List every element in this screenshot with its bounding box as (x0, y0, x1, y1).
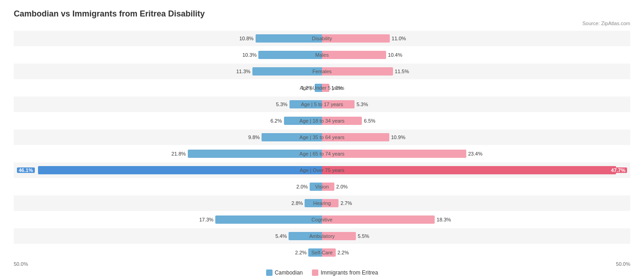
bar-area: Age | 18 to 34 years6.2%6.5% (14, 113, 630, 129)
bar-area: Age | 35 to 64 years9.8%10.9% (14, 129, 630, 145)
left-value: 10.8% (239, 36, 253, 41)
source-label: Source: ZipAtlas.com (14, 21, 630, 26)
chart-container: Disability10.8%11.0%Males10.3%10.4%Femal… (14, 31, 630, 260)
bar-area: Age | 5 to 17 years5.3%5.3% (14, 97, 630, 112)
chart-row: Age | 5 to 17 years5.3%5.3% (14, 97, 630, 112)
right-value: 11.0% (392, 36, 406, 41)
bar-area: Disability10.8%11.0% (14, 31, 630, 46)
bar-area: Cognitive17.3%18.3% (14, 212, 630, 227)
legend: Cambodian Immigrants from Eritrea (14, 269, 630, 276)
chart-row: Hearing2.8%2.7% (14, 195, 630, 211)
chart-row: Cognitive17.3%18.3% (14, 212, 630, 227)
chart-row: Age | 65 to 74 years21.8%23.4% (14, 146, 630, 162)
row-label: Age | Under 5 years (300, 85, 344, 91)
chart-row: Age | 18 to 34 years6.2%6.5% (14, 113, 630, 129)
axis-left: 50.0% (14, 261, 28, 267)
row-label: Age | 5 to 17 years (301, 102, 343, 107)
left-value: 5.3% (276, 102, 288, 107)
axis-labels: 50.0% 50.0% (14, 261, 630, 267)
right-value: 2.2% (338, 250, 349, 255)
chart-title: Cambodian vs Immigrants from Eritrea Dis… (14, 9, 630, 19)
chart-row: Ambulatory5.4%5.5% (14, 228, 630, 244)
left-value: 5.4% (275, 233, 287, 239)
row-label: Vision (315, 184, 329, 189)
right-bar (322, 215, 435, 224)
chart-row: Females11.3%11.5% (14, 64, 630, 79)
bar-area: Self-Care2.2%2.2% (14, 245, 630, 260)
right-value: 2.7% (340, 200, 352, 206)
row-label: Age | 35 to 64 years (300, 135, 344, 140)
left-value: 17.3% (199, 217, 213, 222)
row-label: Self-Care (311, 250, 333, 255)
axis-right: 50.0% (616, 261, 630, 267)
row-label: Hearing (313, 200, 331, 206)
left-bar (258, 51, 322, 59)
left-value: 21.8% (171, 151, 186, 156)
row-label: Females (312, 69, 332, 74)
legend-cambodian: Cambodian (266, 269, 303, 276)
legend-eritrea: Immigrants from Eritrea (312, 269, 378, 276)
chart-row: Males10.3%10.4% (14, 47, 630, 63)
row-label: Disability (312, 36, 332, 41)
row-label: Age | Over 75 years (300, 167, 344, 173)
bar-area: Females11.3%11.5% (14, 64, 630, 79)
right-value: 5.5% (358, 233, 369, 239)
right-bar (322, 67, 393, 75)
legend-cambodian-color (266, 269, 273, 276)
right-value: 47.7% (609, 167, 627, 173)
chart-row: Disability10.8%11.0% (14, 31, 630, 46)
row-label: Cognitive (311, 217, 333, 222)
right-value: 18.3% (437, 217, 451, 222)
left-value: 9.8% (248, 135, 260, 140)
left-value: 2.2% (295, 250, 306, 255)
right-value: 10.9% (391, 135, 405, 140)
bar-area: Males10.3%10.4% (14, 47, 630, 63)
right-value: 5.3% (356, 102, 368, 107)
left-bar (215, 215, 322, 224)
left-value: 10.3% (242, 52, 257, 58)
legend-cambodian-label: Cambodian (275, 269, 303, 276)
bar-area: Ambulatory5.4%5.5% (14, 228, 630, 244)
left-bar (38, 166, 322, 174)
right-bar (322, 34, 390, 43)
chart-row: Age | 35 to 64 years9.8%10.9% (14, 129, 630, 145)
right-bar (322, 51, 386, 59)
right-value: 2.0% (336, 184, 348, 189)
left-value: 46.1% (17, 167, 35, 173)
chart-row: Age | Under 5 years1.2%1.2% (14, 80, 630, 96)
left-value: 2.0% (296, 184, 308, 189)
legend-eritrea-label: Immigrants from Eritrea (321, 269, 378, 276)
right-value: 10.4% (388, 52, 402, 58)
chart-row: Age | Over 75 years46.1%47.7% (14, 162, 630, 178)
bar-area: Age | Under 5 years1.2%1.2% (14, 80, 630, 96)
right-value: 23.4% (468, 151, 482, 156)
bar-area: Age | 65 to 74 years21.8%23.4% (14, 146, 630, 162)
right-value: 11.5% (395, 69, 409, 74)
left-value: 2.8% (291, 200, 303, 206)
row-label: Ambulatory (309, 233, 335, 239)
right-bar (322, 166, 616, 174)
row-label: Age | 65 to 74 years (300, 151, 344, 156)
right-value: 6.5% (364, 118, 376, 124)
left-value: 6.2% (270, 118, 282, 124)
bar-area: Hearing2.8%2.7% (14, 195, 630, 211)
chart-row: Vision2.0%2.0% (14, 179, 630, 194)
bar-area: Vision2.0%2.0% (14, 179, 630, 194)
row-label: Age | 18 to 34 years (300, 118, 344, 124)
left-bar (252, 67, 322, 75)
row-label: Males (315, 52, 328, 58)
chart-row: Self-Care2.2%2.2% (14, 245, 630, 260)
legend-eritrea-color (312, 269, 318, 276)
bar-area: Age | Over 75 years46.1%47.7% (14, 162, 630, 178)
left-value: 11.3% (236, 69, 251, 74)
